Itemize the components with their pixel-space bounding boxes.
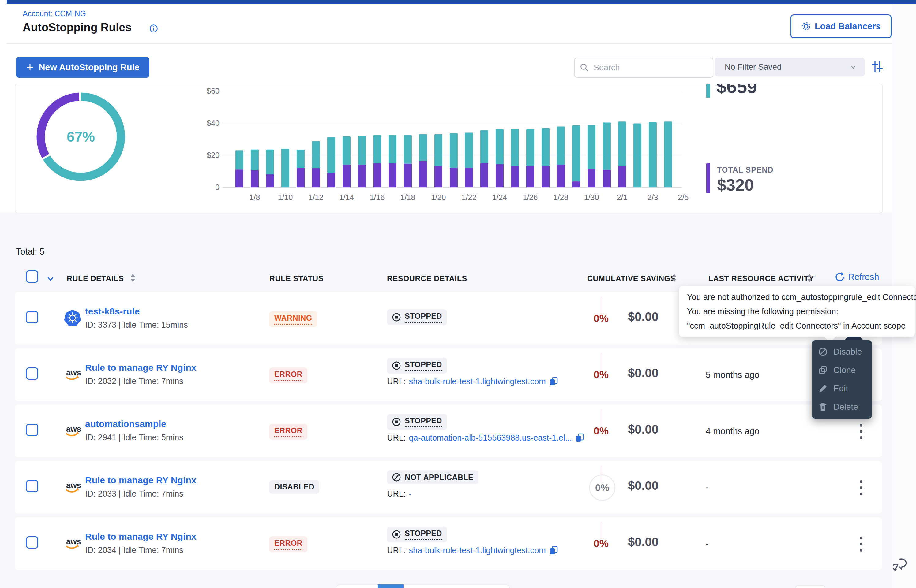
rule-details-text: ID: 3373 | Idle Time: 15mins [85,320,188,330]
menu-item-delete[interactable]: Delete [812,398,872,416]
table-row: aws Rule to manage RY Nginx ID: 2032 | I… [15,349,882,401]
sort-icon[interactable] [806,273,812,283]
resource-url: URL: - [387,489,412,499]
resource-url-link[interactable]: sha-bulk-rule-test-1.lightwingtest.com [409,546,546,555]
spend-savings-bar-chart: $60$40$2001/81/101/121/141/161/181/201/2… [197,86,693,211]
last-activity: - [706,483,709,493]
disable-icon [818,347,828,357]
aws-icon: aws [64,536,81,554]
row-checkbox[interactable] [26,311,38,323]
new-autostopping-rule-button[interactable]: New AutoStopping Rule [16,57,149,78]
total-count: Total: 5 [16,247,45,257]
rule-name-link[interactable]: automationsample [85,419,166,429]
filter-saved-value: No Filter Saved [725,62,782,72]
rule-status-badge: WARNING [269,311,317,327]
total-spend-marker [706,163,710,193]
savings-percent: 0% [553,369,609,381]
table-row: aws automationsample ID: 2941 | Idle Tim… [15,405,882,457]
menu-item-disable[interactable]: Disable [812,342,872,361]
new-rule-label: New AutoStopping Rule [39,62,139,73]
svg-text:1/12: 1/12 [309,193,324,202]
clone-icon [818,365,828,375]
pagination-active-page[interactable] [378,584,403,588]
svg-text:0: 0 [215,183,220,192]
pagination-secondary[interactable] [795,585,825,588]
search-icon [579,63,589,73]
menu-item-clone[interactable]: Clone [812,361,872,380]
savings-divider [600,353,601,370]
col-rule-details[interactable]: RULE DETAILS [67,274,124,283]
filter-saved-select[interactable]: No Filter Saved [715,58,864,76]
rule-name-link[interactable]: Rule to manage RY Nginx [85,475,196,486]
sort-icon[interactable] [671,273,677,283]
select-all-checkbox[interactable] [26,270,38,283]
svg-text:1/18: 1/18 [400,193,416,202]
total-savings-value: $659 [716,84,757,97]
filter-sliders-icon[interactable] [870,59,884,74]
stopped-icon [392,530,401,539]
rule-details-text: ID: 2034 | Idle Time: 7mins [85,546,183,555]
row-menu-kebab[interactable] [852,477,870,498]
rule-name-link[interactable]: Rule to manage RY Nginx [85,362,196,373]
last-activity: 5 months ago [706,370,759,380]
svg-text:1/8: 1/8 [249,193,260,202]
aws-icon: aws [64,480,81,498]
resource-url-link[interactable]: - [409,489,412,499]
stopped-icon [392,361,401,370]
tooltip-line: You are not authorized to ccm_autostoppi… [687,292,916,302]
search-input[interactable] [593,63,695,73]
resource-state-badge: STOPPED [387,358,447,373]
row-checkbox[interactable] [26,424,38,436]
kubernetes-icon [64,309,81,327]
refresh-button[interactable]: Refresh [835,272,879,282]
svg-text:aws: aws [66,368,81,377]
svg-text:$60: $60 [207,87,220,95]
row-context-menu: Disable Clone Edit Delete [812,340,872,418]
sort-icon[interactable] [130,273,136,283]
svg-text:1/24: 1/24 [492,193,507,202]
col-last-resource-activity[interactable]: LAST RESOURCE ACTIVITY [709,274,814,283]
row-checkbox[interactable] [26,480,38,492]
resource-state-badge: STOPPED [387,527,447,543]
resource-url-link[interactable]: qa-automation-alb-515563988.us-east-1.el… [409,433,572,443]
row-menu-kebab[interactable] [852,533,870,555]
total-spend-label: TOTAL SPEND [717,165,774,174]
gear-icon [801,21,811,31]
rule-status-badge: DISABLED [269,480,319,494]
not-applicable-icon [392,473,401,482]
svg-text:2/5: 2/5 [678,193,689,202]
stopped-icon [392,417,401,426]
svg-text:1/14: 1/14 [339,193,354,202]
svg-text:1/28: 1/28 [553,193,568,202]
info-icon[interactable] [149,24,158,33]
savings-amount: $0.00 [628,423,659,436]
row-checkbox[interactable] [26,367,38,380]
page-header: Account: CCM-NG AutoStopping Rules Load … [7,4,892,44]
rule-status-badge: ERROR [269,424,307,439]
menu-item-edit[interactable]: Edit [812,380,872,398]
select-menu-chevron-icon[interactable] [45,273,56,284]
rule-name-link[interactable]: Rule to manage RY Nginx [85,531,196,542]
load-balancers-button[interactable]: Load Balancers [790,15,892,38]
row-menu-kebab[interactable] [852,421,870,442]
total-spend-value: $320 [717,175,754,194]
savings-amount: $0.00 [628,479,659,493]
tooltip-line: You are missing the following permission… [687,307,838,316]
chat-support-icon[interactable] [893,556,910,573]
account-breadcrumb[interactable]: Account: CCM-NG [23,9,86,18]
rule-name-link[interactable]: test-k8s-rule [85,306,139,317]
pagination[interactable] [335,584,510,588]
top-accent-bar [7,0,916,4]
savings-amount: $0.00 [628,366,659,380]
rule-details-text: ID: 2941 | Idle Time: 5mins [85,433,183,443]
svg-text:2/1: 2/1 [617,193,628,202]
rule-status-badge: ERROR [269,536,307,552]
col-cumulative-savings[interactable]: CUMULATIVE SAVINGS [587,274,676,283]
page-title: AutoStopping Rules [23,21,132,34]
savings-percent: 0% [589,475,615,501]
savings-divider [600,296,601,313]
row-checkbox[interactable] [26,536,38,549]
rule-status-badge: ERROR [269,367,307,383]
resource-url-link[interactable]: sha-bulk-rule-test-1.lightwingtest.com [409,377,546,386]
savings-amount: $0.00 [628,535,659,549]
